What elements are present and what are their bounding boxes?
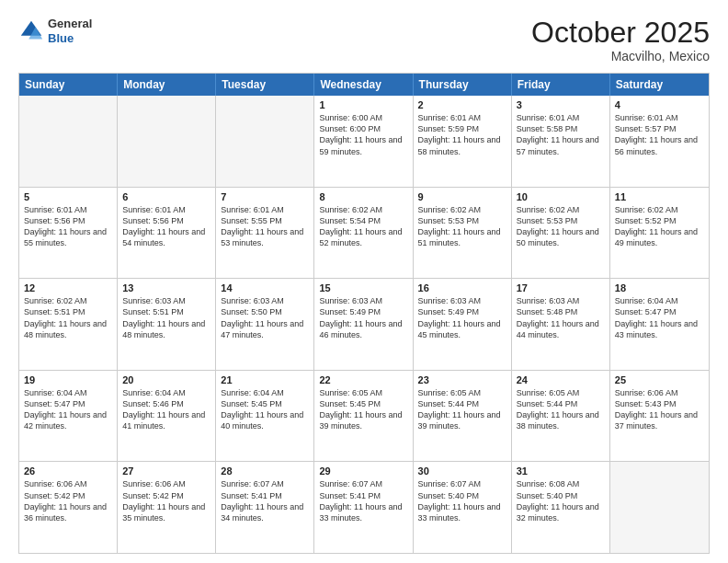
cell-info: Sunrise: 6:07 AMSunset: 5:41 PMDaylight:… [221,478,309,523]
empty-cell [118,96,216,187]
day-number: 4 [615,99,704,110]
week-row-0: 1Sunrise: 6:00 AMSunset: 6:00 PMDaylight… [19,96,709,188]
header-thursday: Thursday [414,74,512,96]
day-cell-13: 13Sunrise: 6:03 AMSunset: 5:51 PMDayligh… [118,279,216,370]
cell-info: Sunrise: 6:04 AMSunset: 5:45 PMDaylight:… [221,387,309,432]
day-cell-29: 29Sunrise: 6:07 AMSunset: 5:41 PMDayligh… [314,462,413,553]
cell-info: Sunrise: 6:06 AMSunset: 5:43 PMDaylight:… [615,387,704,432]
day-cell-6: 6Sunrise: 6:01 AMSunset: 5:56 PMDaylight… [118,188,216,279]
day-cell-25: 25Sunrise: 6:06 AMSunset: 5:43 PMDayligh… [610,371,709,462]
day-number: 13 [122,282,210,293]
calendar-header: Sunday Monday Tuesday Wednesday Thursday… [19,74,709,96]
cell-info: Sunrise: 6:03 AMSunset: 5:48 PMDaylight:… [517,295,605,340]
title-block: October 2025 Macvilho, Mexico [531,17,710,63]
day-number: 27 [122,465,210,477]
day-number: 14 [221,282,309,293]
day-number: 11 [615,191,704,202]
day-cell-21: 21Sunrise: 6:04 AMSunset: 5:45 PMDayligh… [216,371,314,462]
cell-info: Sunrise: 6:05 AMSunset: 5:44 PMDaylight:… [418,387,506,432]
location: Macvilho, Mexico [531,49,710,63]
day-cell-28: 28Sunrise: 6:07 AMSunset: 5:41 PMDayligh… [216,462,314,553]
day-number: 30 [418,465,506,477]
day-cell-5: 5Sunrise: 6:01 AMSunset: 5:56 PMDaylight… [19,188,118,279]
empty-cell [216,96,314,187]
day-number: 6 [122,191,210,202]
empty-cell [610,462,709,553]
cell-info: Sunrise: 6:06 AMSunset: 5:42 PMDaylight:… [24,478,112,523]
calendar: Sunday Monday Tuesday Wednesday Thursday… [18,73,710,554]
day-cell-8: 8Sunrise: 6:02 AMSunset: 5:54 PMDaylight… [314,188,413,279]
cell-info: Sunrise: 6:02 AMSunset: 5:53 PMDaylight:… [418,204,506,249]
day-cell-15: 15Sunrise: 6:03 AMSunset: 5:49 PMDayligh… [314,279,413,370]
day-cell-7: 7Sunrise: 6:01 AMSunset: 5:55 PMDaylight… [216,188,314,279]
header-saturday: Saturday [610,74,709,96]
cell-info: Sunrise: 6:04 AMSunset: 5:47 PMDaylight:… [615,295,704,340]
day-cell-10: 10Sunrise: 6:02 AMSunset: 5:53 PMDayligh… [512,188,610,279]
header-monday: Monday [118,74,216,96]
day-number: 17 [517,282,605,293]
cell-info: Sunrise: 6:01 AMSunset: 5:55 PMDaylight:… [221,204,309,249]
week-row-3: 19Sunrise: 6:04 AMSunset: 5:47 PMDayligh… [19,371,709,463]
day-number: 21 [221,374,309,385]
cell-info: Sunrise: 6:05 AMSunset: 5:45 PMDaylight:… [319,387,407,432]
day-number: 25 [615,374,704,385]
logo-icon [18,18,44,44]
day-number: 7 [221,191,309,202]
header: General Blue October 2025 Macvilho, Mexi… [18,17,710,63]
cell-info: Sunrise: 6:04 AMSunset: 5:46 PMDaylight:… [122,387,210,432]
day-number: 24 [517,374,605,385]
day-cell-18: 18Sunrise: 6:04 AMSunset: 5:47 PMDayligh… [610,279,709,370]
logo: General Blue [18,17,92,45]
day-cell-26: 26Sunrise: 6:06 AMSunset: 5:42 PMDayligh… [19,462,118,553]
day-number: 15 [319,282,407,293]
day-cell-16: 16Sunrise: 6:03 AMSunset: 5:49 PMDayligh… [414,279,512,370]
calendar-body: 1Sunrise: 6:00 AMSunset: 6:00 PMDaylight… [19,96,709,553]
cell-info: Sunrise: 6:08 AMSunset: 5:40 PMDaylight:… [517,478,605,523]
day-cell-24: 24Sunrise: 6:05 AMSunset: 5:44 PMDayligh… [512,371,610,462]
week-row-1: 5Sunrise: 6:01 AMSunset: 5:56 PMDaylight… [19,188,709,280]
day-number: 3 [517,99,605,110]
day-cell-22: 22Sunrise: 6:05 AMSunset: 5:45 PMDayligh… [314,371,413,462]
day-cell-11: 11Sunrise: 6:02 AMSunset: 5:52 PMDayligh… [610,188,709,279]
day-cell-20: 20Sunrise: 6:04 AMSunset: 5:46 PMDayligh… [118,371,216,462]
cell-info: Sunrise: 6:07 AMSunset: 5:40 PMDaylight:… [418,478,506,523]
day-cell-19: 19Sunrise: 6:04 AMSunset: 5:47 PMDayligh… [19,371,118,462]
day-number: 19 [24,374,112,385]
cell-info: Sunrise: 6:03 AMSunset: 5:50 PMDaylight:… [221,295,309,340]
day-number: 16 [418,282,506,293]
header-sunday: Sunday [19,74,118,96]
cell-info: Sunrise: 6:02 AMSunset: 5:53 PMDaylight:… [517,204,605,249]
cell-info: Sunrise: 6:06 AMSunset: 5:42 PMDaylight:… [122,478,210,523]
cell-info: Sunrise: 6:03 AMSunset: 5:49 PMDaylight:… [418,295,506,340]
cell-info: Sunrise: 6:00 AMSunset: 6:00 PMDaylight:… [319,112,407,157]
day-number: 18 [615,282,704,293]
header-wednesday: Wednesday [314,74,413,96]
day-number: 29 [319,465,407,477]
day-cell-14: 14Sunrise: 6:03 AMSunset: 5:50 PMDayligh… [216,279,314,370]
cell-info: Sunrise: 6:02 AMSunset: 5:52 PMDaylight:… [615,204,704,249]
cell-info: Sunrise: 6:01 AMSunset: 5:56 PMDaylight:… [24,204,112,249]
cell-info: Sunrise: 6:02 AMSunset: 5:51 PMDaylight:… [24,295,112,340]
cell-info: Sunrise: 6:01 AMSunset: 5:59 PMDaylight:… [418,112,506,157]
cell-info: Sunrise: 6:03 AMSunset: 5:51 PMDaylight:… [122,295,210,340]
header-friday: Friday [512,74,610,96]
cell-info: Sunrise: 6:05 AMSunset: 5:44 PMDaylight:… [517,387,605,432]
day-number: 22 [319,374,407,385]
day-cell-30: 30Sunrise: 6:07 AMSunset: 5:40 PMDayligh… [414,462,512,553]
day-cell-3: 3Sunrise: 6:01 AMSunset: 5:58 PMDaylight… [512,96,610,187]
day-number: 9 [418,191,506,202]
month-title: October 2025 [531,17,710,49]
day-cell-4: 4Sunrise: 6:01 AMSunset: 5:57 PMDaylight… [610,96,709,187]
cell-info: Sunrise: 6:07 AMSunset: 5:41 PMDaylight:… [319,478,407,523]
empty-cell [19,96,118,187]
day-number: 20 [122,374,210,385]
cell-info: Sunrise: 6:04 AMSunset: 5:47 PMDaylight:… [24,387,112,432]
page: General Blue October 2025 Macvilho, Mexi… [0,0,728,563]
day-number: 5 [24,191,112,202]
day-cell-23: 23Sunrise: 6:05 AMSunset: 5:44 PMDayligh… [414,371,512,462]
day-number: 1 [319,99,407,110]
day-number: 2 [418,99,506,110]
day-cell-12: 12Sunrise: 6:02 AMSunset: 5:51 PMDayligh… [19,279,118,370]
cell-info: Sunrise: 6:01 AMSunset: 5:58 PMDaylight:… [517,112,605,157]
cell-info: Sunrise: 6:01 AMSunset: 5:57 PMDaylight:… [615,112,704,157]
